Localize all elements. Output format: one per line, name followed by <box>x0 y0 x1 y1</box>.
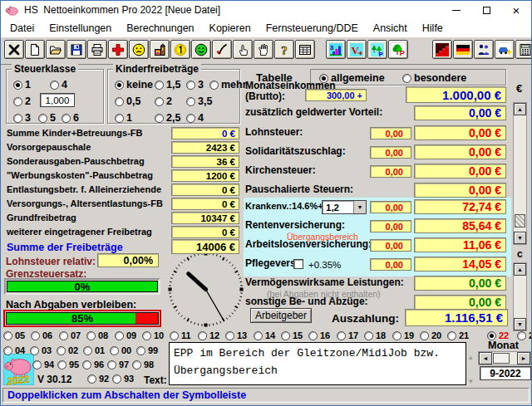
note-scroll-up-icon[interactable]: ▴ <box>469 353 473 361</box>
toolbar-print-button[interactable] <box>87 40 107 59</box>
toolbar-tree-parking-button[interactable]: P <box>388 40 408 59</box>
kinder-radio-4[interactable] <box>186 114 195 123</box>
monat-radio-05[interactable] <box>3 331 12 340</box>
scroll-up-icon[interactable]: ▲ <box>514 103 526 115</box>
right-row-small-value[interactable]: 0,00 <box>370 127 411 139</box>
right-row-small-value[interactable]: 0,00 <box>370 201 411 213</box>
toolbar-save-button[interactable] <box>66 40 86 59</box>
toolbar-stairs-button[interactable] <box>432 40 452 59</box>
monat-radio-07[interactable] <box>59 331 68 340</box>
toolbar-car-export-button[interactable] <box>495 40 515 59</box>
toolbar-exit-button[interactable] <box>4 40 24 59</box>
menu-einstellungen[interactable]: Einstellungen <box>42 22 119 34</box>
right-row-value[interactable]: 0,00 € <box>414 105 506 120</box>
toolbar-church-button[interactable] <box>150 40 170 59</box>
arbeitgeber-button[interactable]: Arbeitgeber <box>250 308 312 323</box>
right-row-small-value[interactable]: 0,00 <box>370 165 411 178</box>
maximize-button[interactable] <box>471 1 501 19</box>
monat-radio-97[interactable] <box>107 360 116 369</box>
scrollbar-thumb[interactable] <box>515 214 525 227</box>
pflege-zuschlag-checkbox[interactable] <box>293 259 303 269</box>
toolbar-trees-parking-button[interactable]: P <box>367 40 387 59</box>
monat-radio-95[interactable] <box>57 360 66 369</box>
monat-radio-14[interactable] <box>254 331 263 340</box>
monat-radio-94[interactable] <box>32 360 42 369</box>
zusatzbeitrag-dropdown[interactable]: 1,2▼ <box>322 200 367 214</box>
right-row-small-value[interactable]: 0,00 <box>370 146 411 159</box>
kinder-radio-0-5[interactable] <box>115 97 124 106</box>
right-row-value[interactable]: 0,00 € <box>414 164 506 179</box>
tabelle-radio-besondere[interactable] <box>402 74 411 83</box>
note-scroll-down-icon[interactable]: ▾ <box>469 377 473 385</box>
right-row-value[interactable]: 85,64 € <box>414 218 506 233</box>
steuerklasse-radio-1[interactable] <box>13 81 22 90</box>
monat-radio-96[interactable] <box>82 360 91 369</box>
menu-hilfe[interactable]: Hilfe <box>415 22 451 34</box>
kinder-radio-1-5[interactable] <box>155 81 164 90</box>
right-row-value[interactable]: 11,06 € <box>414 237 506 252</box>
right-row-small-value[interactable]: 0,00 <box>370 258 411 271</box>
monat-radio-10[interactable] <box>142 331 151 340</box>
steuerklasse-radio-5[interactable] <box>38 114 47 123</box>
monat-radio-98[interactable] <box>132 360 141 369</box>
monat-radio-15[interactable] <box>281 331 290 340</box>
steuerklasse-radio-2[interactable] <box>13 97 22 106</box>
monat-radio-08[interactable] <box>86 331 96 340</box>
toolbar-coin-1-button[interactable] <box>170 40 190 59</box>
menu-berechnungen[interactable]: Berechnungen <box>119 22 201 34</box>
monat-radio-93[interactable] <box>112 374 121 384</box>
close-button[interactable]: × <box>501 1 531 19</box>
kinder-radio-3[interactable] <box>186 81 195 90</box>
toolbar-check-button[interactable] <box>212 40 232 59</box>
toolbar-chart-3-button[interactable]: 3 <box>326 40 346 59</box>
menu-ansicht[interactable]: Ansicht <box>366 22 415 34</box>
monat-radio-00[interactable] <box>110 346 119 355</box>
scroll-down-icon[interactable]: ▼ <box>514 318 526 330</box>
monat-value-input[interactable]: 9-2022 <box>480 366 531 380</box>
monat-radio-04[interactable] <box>3 346 12 355</box>
right-row-value[interactable]: 14,05 € <box>414 257 506 271</box>
toolbar-help-button[interactable]: ? <box>274 40 294 59</box>
monat-radio-99[interactable] <box>136 346 145 355</box>
monat-radio-22[interactable] <box>487 331 496 340</box>
toolbar-german-flag-button[interactable] <box>453 40 473 59</box>
toolbar-first-aid-button[interactable] <box>108 40 128 59</box>
toolbar-happy-face-button[interactable] <box>191 40 211 59</box>
toolbar-hand-point-button[interactable] <box>233 40 253 59</box>
monat-radio-11[interactable] <box>170 331 179 340</box>
right-row-value[interactable]: 1.000,00 € <box>406 86 506 103</box>
right-row-value[interactable]: 0,00 € <box>414 183 506 198</box>
menu-datei[interactable]: Datei <box>2 22 42 34</box>
toolbar-persons-button[interactable] <box>474 40 494 59</box>
right-row-small-value[interactable]: 0,00 <box>370 220 411 232</box>
monat-radio-01[interactable] <box>83 346 92 355</box>
monat-radio-19[interactable] <box>392 331 401 340</box>
euro-scrollbar[interactable]: ▲ ▼ <box>513 102 527 245</box>
monat-radio-13[interactable] <box>225 331 234 340</box>
kinder-radio-3-5[interactable] <box>186 97 195 106</box>
toolbar-new-file-button[interactable] <box>25 40 45 59</box>
faktor-input[interactable]: 1,000 <box>40 93 75 107</box>
monat-radio-02[interactable] <box>57 346 66 355</box>
menu-fernsteuerung-dde[interactable]: Fernsteuerung/DDE <box>259 22 366 34</box>
monat-scrollbar[interactable]: ◄ ► <box>478 351 531 365</box>
right-row-value[interactable]: 72,74 € <box>414 199 506 214</box>
steuerklasse-radio-6[interactable] <box>62 114 71 123</box>
monat-radio-17[interactable] <box>337 331 346 340</box>
right-row-value[interactable]: 0,00 € <box>414 295 506 310</box>
right-row-value[interactable]: 0,00 € <box>414 144 506 159</box>
toolbar-table-button[interactable] <box>295 40 315 59</box>
minimize-button[interactable] <box>441 1 471 19</box>
scroll-up-icon[interactable]: ▲ <box>514 263 526 276</box>
right-row-value[interactable]: 0,00 € <box>414 276 506 291</box>
kinder-radio-keine[interactable] <box>115 81 124 90</box>
toolbar-open-folder-button[interactable] <box>46 40 66 59</box>
steuerklasse-radio-3[interactable] <box>13 114 22 123</box>
right-row-value[interactable]: 0,00 € <box>414 125 506 140</box>
chevron-down-icon[interactable]: ▼ <box>353 201 366 213</box>
right-row-small-value[interactable]: 0,00 <box>370 239 411 252</box>
monat-radio-21[interactable] <box>447 331 456 340</box>
toolbar-sad-face-button[interactable] <box>129 40 149 59</box>
monat-radio-23[interactable] <box>517 331 526 340</box>
monat-radio-20[interactable] <box>420 331 429 340</box>
